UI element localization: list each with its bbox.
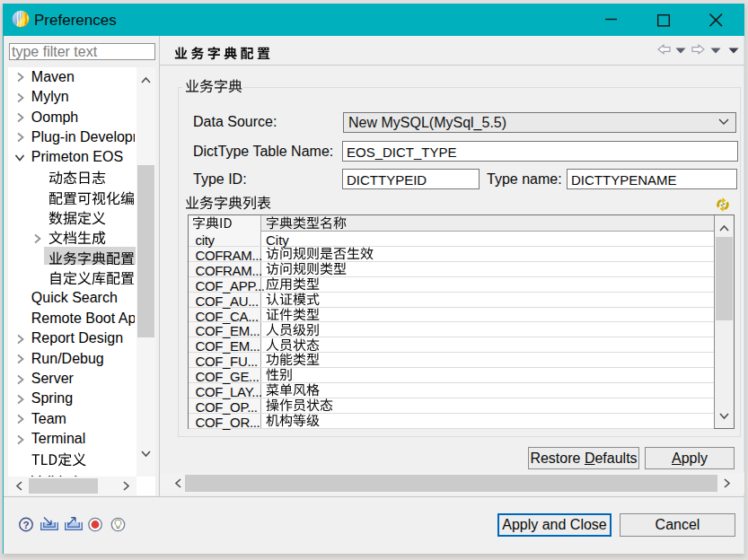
svg-text:?: ? [22,520,29,530]
